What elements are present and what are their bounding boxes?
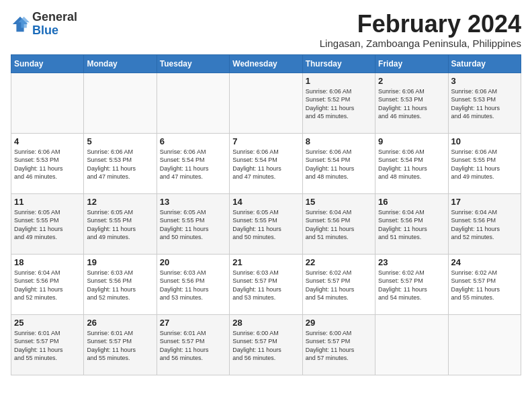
- calendar-cell: 26Sunrise: 6:01 AM Sunset: 5:57 PM Dayli…: [84, 314, 157, 375]
- day-number: 1: [306, 76, 372, 86]
- calendar-cell: [448, 314, 521, 375]
- day-info: Sunrise: 6:06 AM Sunset: 5:53 PM Dayligh…: [87, 148, 153, 181]
- day-info: Sunrise: 6:05 AM Sunset: 5:55 PM Dayligh…: [87, 208, 153, 242]
- calendar-cell: 1Sunrise: 6:06 AM Sunset: 5:52 PM Daylig…: [302, 73, 375, 133]
- calendar-cell: 20Sunrise: 6:03 AM Sunset: 5:56 PM Dayli…: [157, 254, 229, 314]
- logo: General Blue: [11, 11, 77, 38]
- day-number: 20: [160, 257, 226, 267]
- header-cell-saturday: Saturday: [448, 54, 521, 73]
- day-number: 16: [378, 197, 445, 207]
- header-cell-thursday: Thursday: [302, 54, 375, 73]
- calendar-cell: 8Sunrise: 6:06 AM Sunset: 5:54 PM Daylig…: [302, 133, 375, 193]
- day-number: 24: [451, 257, 518, 267]
- day-number: 13: [160, 197, 226, 207]
- calendar-cell: 6Sunrise: 6:06 AM Sunset: 5:54 PM Daylig…: [157, 133, 229, 193]
- calendar-header-row: SundayMondayTuesdayWednesdayThursdayFrid…: [11, 54, 521, 73]
- calendar-week-row: 18Sunrise: 6:04 AM Sunset: 5:56 PM Dayli…: [11, 254, 521, 314]
- calendar-cell: 22Sunrise: 6:02 AM Sunset: 5:57 PM Dayli…: [302, 254, 375, 314]
- day-info: Sunrise: 6:03 AM Sunset: 5:56 PM Dayligh…: [160, 269, 226, 302]
- calendar-cell: 24Sunrise: 6:02 AM Sunset: 5:57 PM Dayli…: [448, 254, 521, 314]
- calendar-cell: 7Sunrise: 6:06 AM Sunset: 5:54 PM Daylig…: [230, 133, 302, 193]
- day-number: 5: [87, 136, 153, 146]
- logo-icon: [11, 15, 30, 34]
- header-cell-friday: Friday: [375, 54, 448, 73]
- day-info: Sunrise: 6:03 AM Sunset: 5:57 PM Dayligh…: [232, 269, 299, 302]
- day-number: 21: [232, 257, 299, 267]
- day-number: 4: [14, 136, 81, 146]
- calendar-cell: 9Sunrise: 6:06 AM Sunset: 5:54 PM Daylig…: [375, 133, 448, 193]
- header-cell-tuesday: Tuesday: [157, 54, 229, 73]
- day-info: Sunrise: 6:06 AM Sunset: 5:54 PM Dayligh…: [306, 148, 372, 181]
- day-info: Sunrise: 6:06 AM Sunset: 5:54 PM Dayligh…: [378, 148, 445, 181]
- day-number: 26: [87, 318, 153, 328]
- calendar-cell: 5Sunrise: 6:06 AM Sunset: 5:53 PM Daylig…: [84, 133, 157, 193]
- calendar-week-row: 25Sunrise: 6:01 AM Sunset: 5:57 PM Dayli…: [11, 314, 521, 375]
- calendar-cell: 2Sunrise: 6:06 AM Sunset: 5:53 PM Daylig…: [375, 73, 448, 133]
- calendar-cell: [11, 73, 84, 133]
- calendar-week-row: 11Sunrise: 6:05 AM Sunset: 5:55 PM Dayli…: [11, 193, 521, 254]
- calendar-cell: 19Sunrise: 6:03 AM Sunset: 5:56 PM Dayli…: [84, 254, 157, 314]
- calendar-cell: 27Sunrise: 6:01 AM Sunset: 5:57 PM Dayli…: [157, 314, 229, 375]
- calendar-subtitle: Lingasan, Zamboanga Peninsula, Philippin…: [320, 38, 521, 49]
- day-info: Sunrise: 6:01 AM Sunset: 5:57 PM Dayligh…: [14, 329, 81, 363]
- calendar-week-row: 1Sunrise: 6:06 AM Sunset: 5:52 PM Daylig…: [11, 73, 521, 133]
- day-number: 3: [451, 76, 518, 86]
- calendar-cell: 21Sunrise: 6:03 AM Sunset: 5:57 PM Dayli…: [230, 254, 302, 314]
- day-number: 22: [306, 257, 372, 267]
- header-cell-wednesday: Wednesday: [230, 54, 302, 73]
- calendar-cell: 18Sunrise: 6:04 AM Sunset: 5:56 PM Dayli…: [11, 254, 84, 314]
- day-number: 2: [378, 76, 445, 86]
- day-info: Sunrise: 6:05 AM Sunset: 5:55 PM Dayligh…: [232, 208, 299, 242]
- logo-blue-text: Blue: [32, 24, 58, 37]
- day-info: Sunrise: 6:06 AM Sunset: 5:54 PM Dayligh…: [232, 148, 299, 181]
- calendar-cell: 16Sunrise: 6:04 AM Sunset: 5:56 PM Dayli…: [375, 193, 448, 254]
- day-info: Sunrise: 6:06 AM Sunset: 5:53 PM Dayligh…: [451, 87, 518, 121]
- day-info: Sunrise: 6:05 AM Sunset: 5:55 PM Dayligh…: [14, 208, 81, 242]
- day-number: 23: [378, 257, 445, 267]
- calendar-cell: 14Sunrise: 6:05 AM Sunset: 5:55 PM Dayli…: [230, 193, 302, 254]
- header-cell-monday: Monday: [84, 54, 157, 73]
- day-info: Sunrise: 6:02 AM Sunset: 5:57 PM Dayligh…: [378, 269, 445, 302]
- day-number: 11: [14, 197, 81, 207]
- calendar-cell: 25Sunrise: 6:01 AM Sunset: 5:57 PM Dayli…: [11, 314, 84, 375]
- day-info: Sunrise: 6:04 AM Sunset: 5:56 PM Dayligh…: [378, 208, 445, 242]
- title-block: February 2024 Lingasan, Zamboanga Penins…: [320, 11, 521, 49]
- day-number: 7: [232, 136, 299, 146]
- day-number: 28: [232, 318, 299, 328]
- day-number: 18: [14, 257, 81, 267]
- calendar-cell: 15Sunrise: 6:04 AM Sunset: 5:56 PM Dayli…: [302, 193, 375, 254]
- logo-general-text: General: [32, 10, 77, 24]
- day-info: Sunrise: 6:06 AM Sunset: 5:53 PM Dayligh…: [14, 148, 81, 181]
- day-number: 19: [87, 257, 153, 267]
- day-number: 10: [451, 136, 518, 146]
- calendar-body: 1Sunrise: 6:06 AM Sunset: 5:52 PM Daylig…: [11, 73, 521, 375]
- day-info: Sunrise: 6:04 AM Sunset: 5:56 PM Dayligh…: [306, 208, 372, 242]
- day-info: Sunrise: 6:06 AM Sunset: 5:52 PM Dayligh…: [306, 87, 372, 121]
- day-number: 12: [87, 197, 153, 207]
- day-info: Sunrise: 6:06 AM Sunset: 5:53 PM Dayligh…: [378, 87, 445, 121]
- calendar-cell: 11Sunrise: 6:05 AM Sunset: 5:55 PM Dayli…: [11, 193, 84, 254]
- day-info: Sunrise: 6:03 AM Sunset: 5:56 PM Dayligh…: [87, 269, 153, 302]
- day-info: Sunrise: 6:01 AM Sunset: 5:57 PM Dayligh…: [160, 329, 226, 363]
- header-cell-sunday: Sunday: [11, 54, 84, 73]
- day-info: Sunrise: 6:04 AM Sunset: 5:56 PM Dayligh…: [14, 269, 81, 302]
- day-number: 6: [160, 136, 226, 146]
- day-info: Sunrise: 6:06 AM Sunset: 5:54 PM Dayligh…: [160, 148, 226, 181]
- day-number: 17: [451, 197, 518, 207]
- day-number: 15: [306, 197, 372, 207]
- day-info: Sunrise: 6:02 AM Sunset: 5:57 PM Dayligh…: [306, 269, 372, 302]
- day-number: 9: [378, 136, 445, 146]
- day-info: Sunrise: 6:06 AM Sunset: 5:55 PM Dayligh…: [451, 148, 518, 181]
- day-info: Sunrise: 6:01 AM Sunset: 5:57 PM Dayligh…: [87, 329, 153, 363]
- day-info: Sunrise: 6:05 AM Sunset: 5:55 PM Dayligh…: [160, 208, 226, 242]
- calendar-cell: 12Sunrise: 6:05 AM Sunset: 5:55 PM Dayli…: [84, 193, 157, 254]
- day-number: 14: [232, 197, 299, 207]
- calendar-cell: 29Sunrise: 6:00 AM Sunset: 5:57 PM Dayli…: [302, 314, 375, 375]
- calendar-cell: [84, 73, 157, 133]
- day-info: Sunrise: 6:02 AM Sunset: 5:57 PM Dayligh…: [451, 269, 518, 302]
- calendar-cell: 3Sunrise: 6:06 AM Sunset: 5:53 PM Daylig…: [448, 73, 521, 133]
- calendar-table: SundayMondayTuesdayWednesdayThursdayFrid…: [11, 54, 521, 375]
- calendar-cell: [375, 314, 448, 375]
- calendar-title: February 2024: [320, 11, 521, 38]
- day-info: Sunrise: 6:00 AM Sunset: 5:57 PM Dayligh…: [232, 329, 299, 363]
